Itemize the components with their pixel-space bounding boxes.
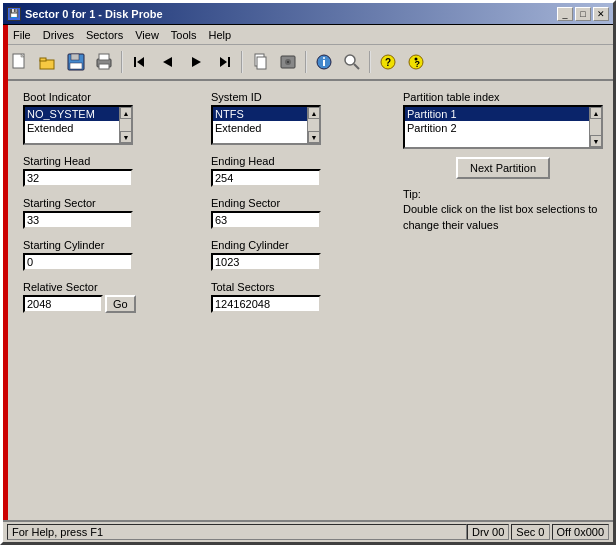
row-boot-system: Boot Indicator NO_SYSTEM Extended ▲ ▼ Sy… bbox=[23, 91, 387, 145]
ending-sector-input[interactable] bbox=[211, 211, 321, 229]
close-button[interactable]: ✕ bbox=[593, 7, 609, 21]
toolbar-sep-2 bbox=[241, 51, 243, 73]
svg-rect-3 bbox=[40, 58, 46, 61]
starting-sector-label: Starting Sector bbox=[23, 197, 199, 209]
relative-sector-input[interactable] bbox=[23, 295, 103, 313]
system-id-group: System ID NTFS Extended ▲ ▼ bbox=[211, 91, 387, 145]
total-sectors-group: Total Sectors bbox=[211, 281, 387, 313]
svg-marker-13 bbox=[192, 57, 201, 67]
total-sectors-input[interactable] bbox=[211, 295, 321, 313]
toolbar-info-button[interactable] bbox=[311, 49, 337, 75]
status-help: For Help, press F1 bbox=[7, 524, 467, 540]
partition-scroll-up[interactable]: ▲ bbox=[590, 107, 602, 119]
starting-cylinder-input[interactable] bbox=[23, 253, 133, 271]
row-relative-total: Relative Sector Go Total Sectors bbox=[23, 281, 387, 313]
boot-indicator-scroll-down[interactable]: ▼ bbox=[120, 131, 132, 143]
svg-marker-15 bbox=[220, 57, 227, 67]
ending-cylinder-input[interactable] bbox=[211, 253, 321, 271]
boot-indicator-item-0[interactable]: NO_SYSTEM bbox=[25, 107, 119, 121]
minimize-button[interactable]: _ bbox=[557, 7, 573, 21]
svg-point-22 bbox=[323, 57, 325, 59]
boot-indicator-item-1[interactable]: Extended bbox=[25, 121, 119, 135]
partition-table-listbox[interactable]: Partition 1 Partition 2 ▲ ▼ bbox=[403, 105, 603, 149]
toolbar-copy-button[interactable] bbox=[247, 49, 273, 75]
svg-rect-8 bbox=[99, 54, 109, 60]
tip-label: Tip: bbox=[403, 188, 421, 200]
maximize-button[interactable]: □ bbox=[575, 7, 591, 21]
toolbar-about-button[interactable]: ? bbox=[403, 49, 429, 75]
svg-point-24 bbox=[345, 55, 355, 65]
relative-sector-with-go: Go bbox=[23, 295, 199, 313]
boot-indicator-listbox[interactable]: NO_SYSTEM Extended ▲ ▼ bbox=[23, 105, 133, 145]
toolbar-sep-4 bbox=[369, 51, 371, 73]
partition-scroll-down[interactable]: ▼ bbox=[590, 135, 602, 147]
ending-head-group: Ending Head bbox=[211, 155, 387, 187]
status-drv-text: Drv 00 bbox=[472, 526, 504, 538]
starting-head-input[interactable] bbox=[23, 169, 133, 187]
menu-file[interactable]: File bbox=[7, 27, 37, 43]
system-id-scroll-up[interactable]: ▲ bbox=[308, 107, 320, 119]
toolbar-help-button[interactable]: ? bbox=[375, 49, 401, 75]
system-id-item-0[interactable]: NTFS bbox=[213, 107, 307, 121]
tip-text: Double click on the list box selections … bbox=[403, 203, 597, 230]
go-button[interactable]: Go bbox=[105, 295, 136, 313]
tip-section: Tip: Double click on the list box select… bbox=[403, 187, 603, 233]
toolbar-next-button[interactable] bbox=[183, 49, 209, 75]
svg-text:?: ? bbox=[415, 59, 421, 69]
left-panel: Boot Indicator NO_SYSTEM Extended ▲ ▼ Sy… bbox=[23, 91, 387, 516]
starting-sector-input[interactable] bbox=[23, 211, 133, 229]
system-id-scroll-down[interactable]: ▼ bbox=[308, 131, 320, 143]
boot-indicator-group: Boot Indicator NO_SYSTEM Extended ▲ ▼ bbox=[23, 91, 199, 145]
menu-sectors[interactable]: Sectors bbox=[80, 27, 129, 43]
toolbar-open-button[interactable] bbox=[35, 49, 61, 75]
relative-sector-group: Relative Sector Go bbox=[23, 281, 199, 313]
next-partition-button[interactable]: Next Partition bbox=[456, 157, 550, 179]
menu-tools[interactable]: Tools bbox=[165, 27, 203, 43]
menu-bar: File Drives Sectors View Tools Help bbox=[3, 25, 613, 45]
menu-drives[interactable]: Drives bbox=[37, 27, 80, 43]
starting-cylinder-label: Starting Cylinder bbox=[23, 239, 199, 251]
status-sec-text: Sec 0 bbox=[516, 526, 544, 538]
boot-indicator-scrollbar: ▲ ▼ bbox=[119, 107, 131, 143]
svg-rect-10 bbox=[134, 57, 136, 67]
right-panel: Partition table index Partition 1 Partit… bbox=[403, 91, 603, 516]
partition-item-0[interactable]: Partition 1 bbox=[405, 107, 589, 121]
system-id-listbox[interactable]: NTFS Extended ▲ ▼ bbox=[211, 105, 321, 145]
starting-cylinder-group: Starting Cylinder bbox=[23, 239, 199, 271]
system-id-item-1[interactable]: Extended bbox=[213, 121, 307, 135]
relative-sector-label: Relative Sector bbox=[23, 281, 199, 293]
row-heads: Starting Head Ending Head bbox=[23, 155, 387, 187]
red-border-decoration bbox=[3, 25, 8, 520]
system-id-label: System ID bbox=[211, 91, 387, 103]
ending-cylinder-label: Ending Cylinder bbox=[211, 239, 387, 251]
toolbar-search-button[interactable] bbox=[339, 49, 365, 75]
partition-item-1[interactable]: Partition 2 bbox=[405, 121, 589, 135]
starting-head-label: Starting Head bbox=[23, 155, 199, 167]
partition-table-index-label: Partition table index bbox=[403, 91, 603, 103]
toolbar-print-button[interactable] bbox=[91, 49, 117, 75]
toolbar-last-button[interactable] bbox=[211, 49, 237, 75]
toolbar-first-button[interactable] bbox=[127, 49, 153, 75]
svg-rect-5 bbox=[71, 54, 79, 60]
svg-rect-6 bbox=[70, 63, 82, 69]
boot-indicator-scroll-up[interactable]: ▲ bbox=[120, 107, 132, 119]
main-content: Boot Indicator NO_SYSTEM Extended ▲ ▼ Sy… bbox=[3, 81, 613, 526]
window-title: Sector 0 for 1 - Disk Probe bbox=[25, 8, 163, 20]
menu-view[interactable]: View bbox=[129, 27, 165, 43]
toolbar-sep-3 bbox=[305, 51, 307, 73]
ending-sector-label: Ending Sector bbox=[211, 197, 387, 209]
status-off-text: Off 0x000 bbox=[557, 526, 605, 538]
title-bar: 💾 Sector 0 for 1 - Disk Probe _ □ ✕ bbox=[3, 3, 613, 25]
boot-indicator-label: Boot Indicator bbox=[23, 91, 199, 103]
toolbar-new-button[interactable] bbox=[7, 49, 33, 75]
ending-sector-group: Ending Sector bbox=[211, 197, 387, 229]
row-cylinders: Starting Cylinder Ending Cylinder bbox=[23, 239, 387, 271]
app-icon: 💾 bbox=[7, 7, 21, 21]
status-drv: Drv 00 bbox=[467, 524, 509, 540]
starting-sector-group: Starting Sector bbox=[23, 197, 199, 229]
menu-help[interactable]: Help bbox=[203, 27, 238, 43]
toolbar-prev-button[interactable] bbox=[155, 49, 181, 75]
toolbar-save-button[interactable] bbox=[63, 49, 89, 75]
toolbar-disk-button[interactable] bbox=[275, 49, 301, 75]
ending-head-input[interactable] bbox=[211, 169, 321, 187]
